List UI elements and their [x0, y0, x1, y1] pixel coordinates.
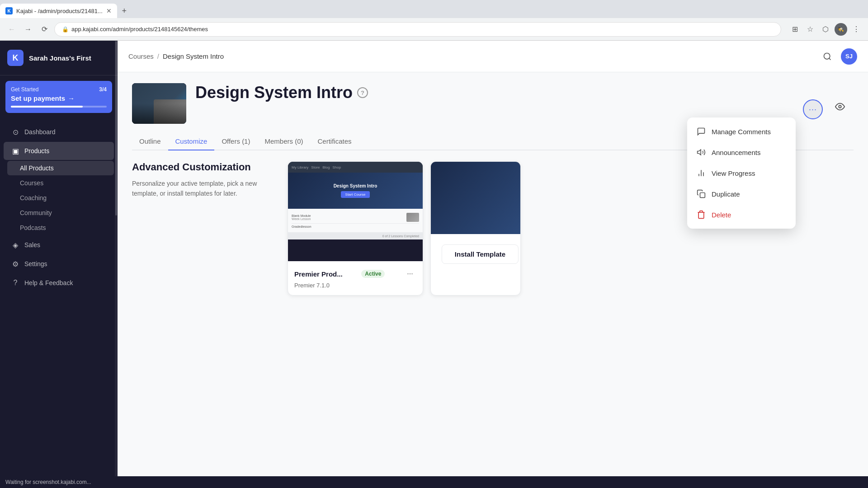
status-bar: Waiting for screenshot.kajabi.com... — [0, 476, 868, 488]
view-progress-label: View Progress — [712, 169, 755, 177]
app-layout: K Sarah Jonas's First Get Started 3/4 Se… — [0, 41, 868, 476]
duplicate-item[interactable]: Duplicate — [687, 183, 796, 204]
tab-close-button[interactable]: ✕ — [106, 7, 112, 14]
sidebar-item-podcasts[interactable]: Podcasts — [7, 221, 114, 235]
menu-icon[interactable]: ⋮ — [850, 23, 863, 36]
template-name: Premier Prod... — [294, 270, 343, 278]
install-template-container: Install Template — [442, 244, 519, 264]
manage-comments-label: Manage Comments — [712, 128, 771, 136]
sidebar-item-coaching[interactable]: Coaching — [7, 191, 114, 205]
back-button[interactable]: ← — [5, 23, 18, 36]
sidebar-item-community[interactable]: Community — [7, 206, 114, 220]
new-tab-button[interactable]: + — [117, 4, 132, 18]
cast-icon[interactable]: ⊞ — [788, 23, 801, 36]
sidebar-scrollbar[interactable] — [115, 41, 118, 476]
browser-toolbar: ← → ⟳ 🔒 app.kajabi.com/admin/products/21… — [0, 18, 868, 41]
search-button[interactable] — [819, 48, 835, 65]
sidebar-item-label: Settings — [24, 260, 47, 267]
tab-certificates[interactable]: Certificates — [310, 133, 359, 150]
template-nav-bar: My Library Store Blog Shop — [288, 162, 423, 173]
template-hero: Design System Intro Start Course — [288, 173, 423, 209]
tab-outline[interactable]: Outline — [132, 133, 168, 150]
forward-button[interactable]: → — [22, 23, 34, 36]
template-info: Premier Prod... Active ··· Premier 7.1.0 — [288, 261, 423, 295]
sidebar-brand: Sarah Jonas's First — [29, 54, 91, 62]
sidebar-item-all-products[interactable]: All Products — [7, 161, 114, 175]
scrollbar-thumb — [115, 41, 117, 216]
sidebar-item-dashboard[interactable]: ⊙ Dashboard — [4, 123, 114, 141]
template-card-premier: My Library Store Blog Shop Design System… — [288, 161, 423, 296]
sidebar-item-label: Help & Feedback — [24, 279, 73, 286]
active-tab[interactable]: K Kajabi - /admin/products/21481... ✕ — [0, 4, 117, 18]
template-modules: Blank Module Week Lesson Gradedlesson — [288, 209, 423, 232]
announcements-item[interactable]: Announcements — [687, 142, 796, 163]
preview-button[interactable] — [833, 99, 847, 114]
more-options-button[interactable]: ··· — [803, 99, 823, 119]
sidebar-item-help[interactable]: ? Help & Feedback — [4, 274, 114, 292]
sidebar-item-courses[interactable]: Courses — [7, 176, 114, 190]
sidebar-item-sales[interactable]: ◈ Sales — [4, 236, 114, 254]
settings-icon: ⚙ — [11, 259, 20, 268]
sidebar-item-settings[interactable]: ⚙ Settings — [4, 255, 114, 273]
template-hero-btn: Start Course — [341, 191, 370, 198]
secondary-card-preview — [431, 162, 520, 234]
tab-offers[interactable]: Offers (1) — [214, 133, 257, 150]
template-active-badge: Active — [361, 270, 385, 278]
svg-rect-6 — [700, 193, 705, 198]
coaching-label: Coaching — [20, 194, 47, 202]
user-avatar[interactable]: SJ — [841, 48, 857, 65]
customize-description: Advanced Customization Personalize your … — [132, 161, 277, 296]
manage-comments-item[interactable]: Manage Comments — [687, 121, 796, 142]
all-products-label: All Products — [20, 164, 54, 172]
topbar: Courses / Design System Intro SJ — [118, 41, 868, 72]
get-started-top: Get Started 3/4 — [11, 86, 107, 93]
browser-chrome: K Kajabi - /admin/products/21481... ✕ + … — [0, 0, 868, 41]
sales-icon: ◈ — [11, 240, 20, 249]
breadcrumb-current: Design System Intro — [163, 52, 224, 60]
svg-marker-2 — [698, 150, 701, 155]
svg-point-0 — [824, 53, 830, 59]
sidebar: K Sarah Jonas's First Get Started 3/4 Se… — [0, 41, 118, 476]
extension-icon[interactable]: ⬡ — [819, 23, 832, 36]
module-thumbnail — [406, 213, 419, 222]
reload-button[interactable]: ⟳ — [38, 23, 51, 36]
tab-customize[interactable]: Customize — [168, 133, 215, 150]
template-name-row: Premier Prod... Active ··· — [294, 267, 416, 280]
customize-desc: Personalize your active template, pick a… — [132, 178, 277, 199]
duplicate-icon — [696, 189, 706, 199]
browser-actions: ⊞ ☆ ⬡ 🕵 ⋮ — [788, 23, 863, 36]
lock-icon: 🔒 — [62, 26, 69, 33]
bookmark-icon[interactable]: ☆ — [804, 23, 816, 36]
get-started-banner[interactable]: Get Started 3/4 Set up payments → — [5, 81, 112, 113]
template-module-row: Blank Module Week Lesson — [292, 211, 419, 224]
delete-item[interactable]: Delete — [687, 204, 796, 225]
template-more-button[interactable]: ··· — [404, 267, 416, 280]
tab-members[interactable]: Members (0) — [257, 133, 310, 150]
template-version: Premier 7.1.0 — [294, 282, 416, 289]
breadcrumb-parent[interactable]: Courses — [128, 52, 154, 60]
sidebar-item-label: Dashboard — [24, 128, 56, 136]
status-text: Waiting for screenshot.kajabi.com... — [5, 479, 91, 485]
sidebar-item-label: Products — [24, 147, 49, 155]
help-tooltip-icon[interactable]: ? — [357, 87, 368, 98]
customize-title: Advanced Customization — [132, 161, 277, 173]
products-sub-nav: All Products Courses Coaching Community … — [0, 161, 118, 235]
url-bar[interactable]: 🔒 app.kajabi.com/admin/products/21481456… — [54, 22, 781, 37]
templates-grid: My Library Store Blog Shop Design System… — [288, 161, 530, 296]
get-started-title: Set up payments → — [11, 94, 107, 102]
sidebar-header: K Sarah Jonas's First — [0, 41, 118, 75]
view-progress-item[interactable]: View Progress — [687, 163, 796, 183]
sidebar-item-products[interactable]: ▣ Products — [4, 142, 114, 160]
thumb-overlay — [132, 103, 186, 124]
topbar-actions: SJ — [819, 48, 857, 65]
breadcrumb: Courses / Design System Intro — [128, 52, 224, 60]
announcements-label: Announcements — [712, 149, 760, 156]
main-content: Courses / Design System Intro SJ — [118, 41, 868, 476]
install-template-button[interactable]: Install Template — [442, 244, 519, 264]
thumbnail-image — [132, 83, 186, 124]
products-icon: ▣ — [11, 146, 20, 155]
progress-bar — [11, 106, 83, 108]
progress-icon — [696, 168, 706, 178]
product-thumbnail — [132, 83, 186, 124]
browser-tabs: K Kajabi - /admin/products/21481... ✕ + — [0, 0, 868, 18]
